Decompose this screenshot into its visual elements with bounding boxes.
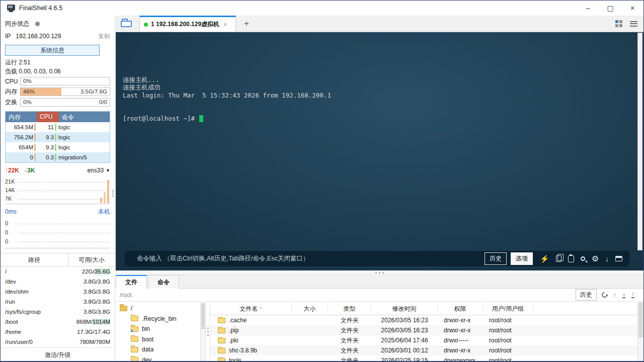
tree-item[interactable]: boot [116,334,200,345]
folder-icon [120,306,127,311]
disk-size: 3.8G/3.8G [84,279,110,285]
process-header-cmd[interactable]: 命令 [59,112,110,122]
column-mtime[interactable]: 修改时间 [371,302,438,315]
process-row[interactable]: 654M 9.3 logic [6,142,110,152]
disk-row[interactable]: /run/user/0 780M/780M [1,337,115,347]
disk-path: /run/user/0 [5,339,79,345]
column-permissions[interactable]: 权限 [438,302,483,315]
layout-grid-icon[interactable] [615,20,623,28]
system-info-button[interactable]: 系统信息 [5,45,100,56]
terminal-scrollbar[interactable] [637,33,642,250]
command-input[interactable]: 命令输入 （双击Ctrl切换,Alt历史,Tab路径/命令,Esc关闭窗口） [130,254,480,263]
disk-path: /dev [5,279,84,285]
file-row[interactable]: tools 文件夹 2026/02/25 19:15 drwxrwxrwx ro… [210,355,643,361]
panel-splitter-handle[interactable] [116,270,643,275]
minimize-button[interactable]: – [577,1,599,16]
tree-item[interactable]: / [116,303,200,314]
path-input[interactable]: /root [120,292,576,299]
menu-icon[interactable] [630,20,637,28]
ping-target[interactable]: 本机 [98,208,110,216]
meter-label: 交换 [5,98,20,107]
process-row[interactable]: 756.2M 9.3 logic [6,132,110,142]
disk-row[interactable]: /home 17.3G/17.4G [1,327,115,337]
column-type[interactable]: 类型 [328,302,371,315]
command-history-button[interactable]: 历史 [485,252,507,265]
chevron-down-icon[interactable]: ▼ [106,168,110,173]
file-type-cell: 文件夹 [328,356,371,361]
file-table-scrollbar[interactable] [637,302,643,361]
window-mode-icon[interactable] [615,256,622,261]
file-mtime-cell: 2026/02/25 19:15 [371,357,438,361]
process-header-mem[interactable]: 内存 [6,112,37,122]
folder-icon [131,347,138,352]
command-options-button[interactable]: 选项 [511,252,533,265]
tab-files[interactable]: 文件 [116,275,147,289]
resource-meter: CPU 0% [1,76,115,86]
disk-row[interactable]: /dev 3.8G/3.8G [1,277,115,287]
disk-table-header[interactable]: 路径 可用/大小 [1,253,115,266]
download-icon[interactable]: ↓ [622,292,625,298]
open-connection-folder-icon[interactable] [121,19,133,28]
process-header-cpu[interactable]: CPU [37,112,59,122]
collapse-icon[interactable]: ↓ [605,255,609,262]
sort-asc-icon: ^ [260,306,262,312]
activate-upgrade-button[interactable]: 激活/升级 [1,347,115,359]
file-permissions-cell: drwxr-xr-x [438,317,483,324]
app-logo-icon [7,5,15,11]
column-owner[interactable]: 用户/用户组 [483,302,533,315]
file-row[interactable]: shc-3.8.9b 文件夹 2026/03/01 00:12 drwxr-xr… [210,345,643,355]
upload-icon[interactable]: ↑ [631,292,634,298]
terminal-tab[interactable]: 1 192.168.200.129虚拟机 × [139,16,236,32]
disk-row[interactable]: / 22G/35.6G [1,266,115,277]
folder-icon [218,338,225,343]
refresh-icon[interactable] [600,291,608,299]
tab-commands[interactable]: 命令 [148,275,179,289]
new-tab-button[interactable]: + [240,18,253,30]
parent-directory-icon[interactable]: ↑ [613,291,617,299]
sidebar-splitter-handle[interactable] [112,189,114,198]
column-size[interactable]: 大小 [292,302,328,315]
window-controls: – ▢ × [577,1,643,16]
disk-path: /dev/shm [5,289,84,295]
disk-row[interactable]: /dev/shm 3.8G/3.8G [1,287,115,297]
column-filename[interactable]: 文件名^ [210,302,292,315]
disk-row[interactable]: /sys/fs/cgroup 3.8G/3.8G [1,307,115,317]
process-mem: 0 [6,154,33,160]
folder-icon [131,357,138,361]
search-icon[interactable] [581,256,585,261]
file-name-cell: tools [210,357,292,361]
disk-header-path[interactable]: 路径 [1,253,68,266]
file-row[interactable]: .pki 文件夹 2025/06/04 17:46 drwxr----- roo… [210,335,643,345]
close-button[interactable]: × [621,1,643,16]
file-row[interactable]: .cache 文件夹 2026/03/05 16:23 drwxr-xr-x r… [210,315,643,325]
copy-ip-button[interactable]: 复制 [98,32,110,41]
paste-icon[interactable] [568,255,574,262]
terminal-area[interactable]: 连接主机...连接主机成功Last login: Thu Mar 5 15:32… [116,32,643,270]
tree-item[interactable]: bin [116,324,200,334]
disk-header-size[interactable]: 可用/大小 [68,253,115,266]
path-history-button[interactable]: 历史 [576,289,597,301]
process-row[interactable]: 654.5M 11 logic [6,122,110,132]
tree-splitter-handle[interactable] [206,302,210,361]
disk-row[interactable]: /boot 868M/1014M [1,317,115,327]
disk-row[interactable]: /run 3.8G/3.8G [1,297,115,307]
tree-item[interactable]: dev [116,355,200,361]
maximize-button[interactable]: ▢ [599,1,621,16]
network-traffic-bars [100,180,109,203]
copy-icon[interactable] [556,255,561,262]
network-graph: 21K 14K 7K [5,176,110,204]
tab-close-icon[interactable]: × [223,21,227,28]
disk-path: /boot [5,319,76,325]
quick-command-icon[interactable]: ⚡ [540,255,549,262]
process-row[interactable]: 0 0.3 migration/5 [6,152,110,162]
terminal-tab-bar: 1 192.168.200.129虚拟机 × + [116,16,643,32]
tree-item[interactable]: .Recycle_bin [116,314,200,324]
file-row[interactable]: .pip 文件夹 2026/03/05 16:23 drwxr-xr-x roo… [210,325,643,335]
gear-icon[interactable]: ⚙ [592,255,599,263]
tree-item[interactable]: data [116,344,200,355]
network-interface-select[interactable]: ens33 [87,167,104,174]
tree-scrollbar[interactable] [200,302,206,361]
disk-table: 路径 可用/大小 / 22G/35.6G /dev 3.8G/3.8G [1,253,115,347]
process-table-header[interactable]: 内存 CPU 命令 [6,112,110,122]
terminal-line: 连接主机... [123,76,331,84]
